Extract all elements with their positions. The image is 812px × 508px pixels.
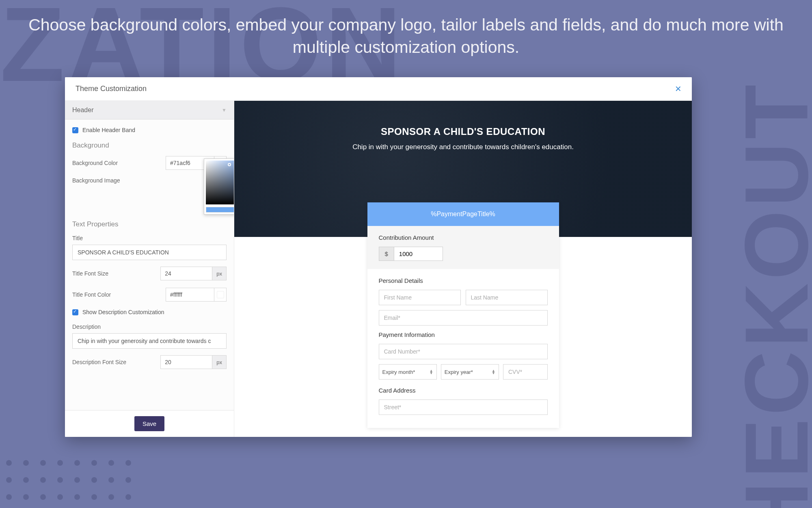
title-font-size-input[interactable] — [160, 267, 212, 280]
card-address-label: Card Address — [379, 387, 548, 394]
chevron-updown-icon: ▲▼ — [492, 369, 495, 374]
desc-font-size-label: Description Font Size — [72, 359, 126, 365]
preview-pane: SPONSOR A CHILD'S EDUCATION Chip in with… — [234, 101, 692, 437]
color-picker-saturation[interactable] — [206, 161, 234, 204]
dropdown-label: Header — [72, 106, 93, 114]
close-icon[interactable]: × — [675, 82, 681, 95]
cvv-input[interactable]: CVV* — [503, 364, 548, 380]
bg-color-label: Background Color — [72, 160, 118, 166]
currency-prefix: $ — [379, 247, 394, 261]
color-picker-popup[interactable] — [204, 158, 234, 215]
card-header: %PaymentPageTitle% — [367, 202, 559, 226]
text-properties-heading: Text Properties — [72, 220, 227, 228]
payment-info-label: Payment Information — [379, 331, 548, 338]
show-description-label: Show Description Customization — [82, 309, 164, 315]
amount-input[interactable] — [394, 247, 443, 261]
chevron-down-icon: ▼ — [222, 107, 227, 113]
personal-details-label: Personal Details — [379, 277, 548, 284]
title-font-size-label: Title Font Size — [72, 270, 108, 277]
settings-sidebar: Header ▼ Enable Header Band Background B… — [65, 101, 234, 437]
color-picker-handle[interactable] — [228, 163, 231, 166]
px-unit-2: px — [212, 355, 227, 369]
enable-header-band-checkbox[interactable] — [72, 127, 78, 133]
show-description-checkbox[interactable] — [72, 309, 78, 315]
email-input[interactable]: Email* — [379, 310, 548, 326]
last-name-input[interactable]: Last Name — [466, 290, 548, 305]
save-button[interactable]: Save — [134, 416, 164, 431]
expiry-month-select[interactable]: Expiry month*▲▼ — [379, 364, 437, 380]
bg-dots — [6, 460, 131, 500]
background-heading: Background — [72, 141, 227, 150]
hero-title: SPONSOR A CHILD'S EDUCATION — [381, 126, 545, 137]
street-input[interactable]: Street* — [379, 399, 548, 415]
section-dropdown[interactable]: Header ▼ — [65, 101, 234, 119]
title-font-color-label: Title Font Color — [72, 291, 111, 298]
bg-deco-right: HECKOUT — [726, 81, 812, 508]
chevron-updown-icon: ▲▼ — [430, 369, 433, 374]
theme-customization-modal: Theme Customization × Header ▼ Enable He… — [65, 77, 692, 437]
title-label: Title — [72, 235, 227, 241]
modal-header: Theme Customization × — [65, 77, 692, 101]
hero-subtitle: Chip in with your generosity and contrib… — [352, 143, 574, 151]
description-input[interactable] — [72, 333, 227, 349]
modal-title: Theme Customization — [76, 85, 147, 93]
expiry-year-select[interactable]: Expiry year*▲▼ — [441, 364, 499, 380]
desc-font-size-input[interactable] — [160, 355, 212, 369]
bg-image-label: Background Image — [72, 177, 120, 184]
page-tagline: Choose background colors, embed your com… — [0, 14, 812, 59]
title-font-color-swatch[interactable] — [214, 288, 227, 302]
checkout-card: %PaymentPageTitle% Contribution Amount $… — [367, 202, 559, 428]
description-label: Description — [72, 323, 227, 330]
hero-banner: SPONSOR A CHILD'S EDUCATION Chip in with… — [234, 101, 692, 237]
first-name-input[interactable]: First Name — [379, 290, 461, 305]
card-number-input[interactable]: Card Number* — [379, 344, 548, 359]
contribution-amount-label: Contribution Amount — [379, 234, 548, 241]
color-picker-alpha[interactable] — [206, 207, 234, 213]
title-font-color-input[interactable] — [166, 288, 214, 302]
title-input[interactable] — [72, 245, 227, 260]
enable-header-band-label: Enable Header Band — [82, 127, 135, 133]
px-unit: px — [212, 267, 227, 280]
